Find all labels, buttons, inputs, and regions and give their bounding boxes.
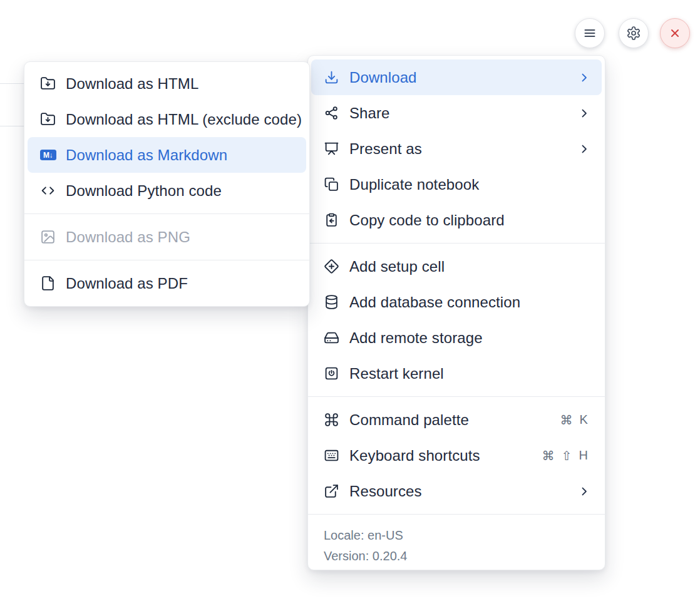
version-text: Version: 0.20.4 xyxy=(324,548,589,565)
menu-item-label: Download xyxy=(349,69,568,86)
menu-item-download[interactable]: Download xyxy=(311,59,602,95)
menu-item-copy-code-to-clipboard[interactable]: Copy code to clipboard xyxy=(311,202,602,238)
folder-down-icon xyxy=(40,111,56,127)
menu-item-restart-kernel[interactable]: Restart kernel xyxy=(311,356,602,391)
menu-item-command-palette[interactable]: Command palette⌘K xyxy=(311,402,602,438)
menu-item-add-database-connection[interactable]: Add database connection xyxy=(311,284,602,320)
menu-item-download-python-code[interactable]: Download Python code xyxy=(28,173,306,208)
menu-item-download-as-markdown[interactable]: M↓Download as Markdown xyxy=(28,137,306,173)
chevron-right-icon xyxy=(578,485,590,498)
menu-item-download-as-png: Download as PNG xyxy=(28,219,306,255)
share-icon xyxy=(324,105,339,121)
download-submenu: Download as HTMLDownload as HTML (exclud… xyxy=(24,61,310,307)
command-icon xyxy=(324,412,339,428)
menu-item-label: Download as Markdown xyxy=(66,146,295,164)
chevron-right-icon xyxy=(578,107,590,120)
menu-item-label: Command palette xyxy=(349,411,550,429)
gear-icon xyxy=(626,26,641,41)
close-button[interactable] xyxy=(660,18,690,48)
markdown-badge-icon: M↓ xyxy=(40,150,56,160)
menu-item-duplicate-notebook[interactable]: Duplicate notebook xyxy=(311,167,602,202)
code-icon xyxy=(40,183,56,198)
menu-item-download-as-html-exclude-code[interactable]: Download as HTML (exclude code) xyxy=(28,101,306,137)
menu-separator xyxy=(24,260,309,260)
chevron-right-icon xyxy=(578,71,590,84)
image-icon xyxy=(40,229,56,245)
menu-item-download-as-html[interactable]: Download as HTML xyxy=(28,66,306,101)
chevron-right-icon xyxy=(578,143,590,155)
menu-item-keyboard-shortcuts[interactable]: Keyboard shortcuts⌘⇧H xyxy=(311,438,602,473)
menu-item-label: Add database connection xyxy=(349,294,590,311)
menu-item-label: Download as HTML (exclude code) xyxy=(66,111,302,128)
menu-footer: Locale: en-US Version: 0.20.4 xyxy=(308,520,605,570)
clipboard-arrow-icon xyxy=(324,212,339,228)
keyboard-icon xyxy=(324,448,339,463)
notebook-menu: DownloadSharePresent asDuplicate noteboo… xyxy=(307,55,605,570)
menu-item-download-as-pdf[interactable]: Download as PDF xyxy=(28,265,306,301)
power-square-icon xyxy=(324,366,339,381)
background-cell-border-top xyxy=(0,83,24,84)
menu-separator xyxy=(308,396,605,397)
markdown-badge-icon: M↓ xyxy=(40,147,56,163)
shortcut-key: ⌘ xyxy=(542,448,554,463)
notebook-menu-items: DownloadSharePresent asDuplicate noteboo… xyxy=(308,59,605,515)
locale-text: Locale: en-US xyxy=(324,527,589,544)
menu-item-add-setup-cell[interactable]: Add setup cell xyxy=(311,249,602,284)
menu-item-label: Download Python code xyxy=(66,182,295,200)
menu-item-label: Present as xyxy=(349,140,568,158)
hard-drive-icon xyxy=(324,330,339,346)
shortcut-key: ⌘ xyxy=(560,413,572,428)
menu-item-label: Share xyxy=(349,105,568,122)
external-link-icon xyxy=(324,483,339,499)
menu-item-label: Add setup cell xyxy=(349,258,590,275)
shortcut-hint: ⌘K xyxy=(560,413,588,428)
menu-separator xyxy=(24,213,309,214)
copy-icon xyxy=(324,177,339,192)
menu-item-label: Restart kernel xyxy=(349,365,590,382)
menu-item-label: Download as PNG xyxy=(66,228,295,246)
file-icon xyxy=(40,275,56,291)
menu-item-present-as[interactable]: Present as xyxy=(311,131,602,167)
menu-item-label: Add remote storage xyxy=(349,329,590,347)
background-cell-border-bottom xyxy=(0,126,24,126)
download-icon xyxy=(324,69,339,85)
menu-item-add-remote-storage[interactable]: Add remote storage xyxy=(311,320,602,356)
menu-item-label: Download as PDF xyxy=(66,275,295,292)
hamburger-icon xyxy=(582,26,597,41)
menu-item-label: Copy code to clipboard xyxy=(349,212,590,229)
shortcut-hint: ⌘⇧H xyxy=(542,448,588,463)
menu-item-resources[interactable]: Resources xyxy=(311,473,602,509)
menu-separator xyxy=(308,514,605,515)
menu-item-label: Keyboard shortcuts xyxy=(349,447,532,465)
menu-item-share[interactable]: Share xyxy=(311,95,602,131)
close-icon xyxy=(667,26,682,41)
presentation-icon xyxy=(324,141,339,157)
diamond-plus-icon xyxy=(324,259,339,274)
download-submenu-items: Download as HTMLDownload as HTML (exclud… xyxy=(24,66,309,301)
settings-button[interactable] xyxy=(619,18,649,48)
folder-down-icon xyxy=(40,76,56,91)
database-icon xyxy=(324,294,339,310)
notebook-menu-button[interactable] xyxy=(575,18,605,48)
shortcut-key: ⇧ xyxy=(562,448,572,463)
menu-item-label: Resources xyxy=(349,483,568,500)
menu-separator xyxy=(308,243,605,244)
shortcut-key: K xyxy=(580,413,588,427)
menu-item-label: Duplicate notebook xyxy=(349,176,590,193)
shortcut-key: H xyxy=(579,448,588,463)
menu-item-label: Download as HTML xyxy=(66,75,295,93)
